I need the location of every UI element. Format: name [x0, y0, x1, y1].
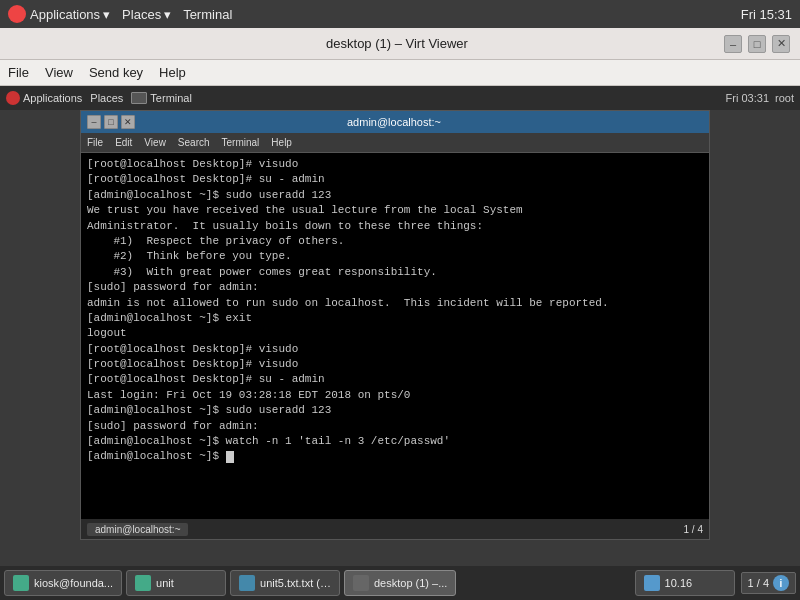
clock: Fri 15:31	[741, 7, 792, 22]
virt-title: desktop (1) – Virt Viewer	[70, 36, 724, 51]
term-line: [admin@localhost ~]$	[87, 449, 703, 464]
inner-apps-btn[interactable]: Applications	[6, 91, 82, 105]
term-line: [sudo] password for admin:	[87, 280, 703, 295]
taskbar-page-info: 1 / 4i	[741, 572, 796, 594]
virt-close-btn[interactable]: ✕	[772, 35, 790, 53]
kiosk-icon	[13, 575, 29, 591]
taskbar-item-label: unit	[156, 577, 174, 589]
applications-label: Applications	[30, 7, 100, 22]
term-maximize-btn[interactable]: □	[104, 115, 118, 129]
inner-clock: Fri 03:31	[726, 92, 769, 104]
virt-viewer-window: desktop (1) – Virt Viewer – □ ✕ File Vie…	[0, 28, 800, 600]
network-label: 10.16	[665, 577, 693, 589]
taskbar-network-item[interactable]: 10.16	[635, 570, 735, 596]
term-line: [root@localhost Desktop]# visudo	[87, 157, 703, 172]
term-line: Administrator. It usually boils down to …	[87, 219, 703, 234]
term-footer: admin@localhost:~ 1 / 4	[81, 519, 709, 539]
virt-menu-view[interactable]: View	[45, 65, 73, 80]
term-menu-view[interactable]: View	[144, 137, 166, 148]
system-bar-right: Fri 15:31	[741, 7, 792, 22]
virt-titlebar: desktop (1) – Virt Viewer – □ ✕	[0, 28, 800, 60]
taskbar-item-0[interactable]: kiosk@founda...	[4, 570, 122, 596]
inner-vm-bar: Applications Places Terminal Fri 03:31 r…	[0, 86, 800, 110]
virt-minimize-btn[interactable]: –	[724, 35, 742, 53]
inner-user: root	[775, 92, 794, 104]
term-menu-terminal[interactable]: Terminal	[222, 137, 260, 148]
term-line: #2) Think before you type.	[87, 249, 703, 264]
taskbar-item-label: unit5.txt.txt (…	[260, 577, 331, 589]
term-line: #1) Respect the privacy of others.	[87, 234, 703, 249]
term-title: admin@localhost:~	[135, 116, 653, 128]
term-line: We trust you have received the usual lec…	[87, 203, 703, 218]
virt-menu-help[interactable]: Help	[159, 65, 186, 80]
term-line: [root@localhost Desktop]# visudo	[87, 357, 703, 372]
places-arrow-icon: ▾	[164, 7, 171, 22]
taskbar: kiosk@founda...unitunit5.txt.txt (…deskt…	[0, 566, 800, 600]
term-line: admin is not allowed to run sudo on loca…	[87, 296, 703, 311]
terminal-window: – □ ✕ admin@localhost:~ File Edit View S…	[80, 110, 710, 540]
term-line: Last login: Fri Oct 19 03:28:18 EDT 2018…	[87, 388, 703, 403]
term-menu-edit[interactable]: Edit	[115, 137, 132, 148]
inner-places-btn[interactable]: Places	[90, 92, 123, 104]
info-icon[interactable]: i	[773, 575, 789, 591]
taskbar-item-label: desktop (1) –...	[374, 577, 447, 589]
inner-terminal-label: Terminal	[150, 92, 192, 104]
term-line: [admin@localhost ~]$ watch -n 1 'tail -n…	[87, 434, 703, 449]
term-close-btn[interactable]: ✕	[121, 115, 135, 129]
terminal-label: Terminal	[183, 7, 232, 22]
virt-menu-sendkey[interactable]: Send key	[89, 65, 143, 80]
term-line: [sudo] password for admin:	[87, 419, 703, 434]
taskbar-item-2[interactable]: unit5.txt.txt (…	[230, 570, 340, 596]
vm-screen: Applications Places Terminal Fri 03:31 r…	[0, 86, 800, 600]
applications-menu-btn[interactable]: Applications ▾	[30, 7, 110, 22]
taskbar-page-number: 1 / 4	[748, 577, 769, 589]
virt-menubar: File View Send key Help	[0, 60, 800, 86]
term-line: [admin@localhost ~]$ exit	[87, 311, 703, 326]
term-menu-file[interactable]: File	[87, 137, 103, 148]
places-menu-btn[interactable]: Places ▾	[122, 7, 171, 22]
term-line: [root@localhost Desktop]# visudo	[87, 342, 703, 357]
taskbar-item-label: kiosk@founda...	[34, 577, 113, 589]
term-window-controls: – □ ✕	[87, 115, 135, 129]
cursor	[226, 451, 234, 463]
term-line: logout	[87, 326, 703, 341]
term-minimize-btn[interactable]: –	[87, 115, 101, 129]
unit-icon	[135, 575, 151, 591]
inner-places-label: Places	[90, 92, 123, 104]
taskbar-right: 10.161 / 4i	[635, 570, 796, 596]
inner-apps-label: Applications	[23, 92, 82, 104]
term-line: [admin@localhost ~]$ sudo useradd 123	[87, 188, 703, 203]
taskbar-item-1[interactable]: unit	[126, 570, 226, 596]
file-icon	[239, 575, 255, 591]
term-menu-help[interactable]: Help	[271, 137, 292, 148]
inner-fedora-icon	[6, 91, 20, 105]
virt-menu-file[interactable]: File	[8, 65, 29, 80]
network-icon	[644, 575, 660, 591]
term-line: [admin@localhost ~]$ sudo useradd 123	[87, 403, 703, 418]
fedora-icon	[8, 5, 26, 23]
apps-arrow-icon: ▾	[103, 7, 110, 22]
term-tab[interactable]: admin@localhost:~	[87, 523, 188, 536]
term-line: [root@localhost Desktop]# su - admin	[87, 372, 703, 387]
inner-bar-right: Fri 03:31 root	[726, 92, 794, 104]
term-body[interactable]: [root@localhost Desktop]# visudo[root@lo…	[81, 153, 709, 519]
inner-terminal-icon	[131, 92, 147, 104]
inner-terminal-btn[interactable]: Terminal	[131, 92, 192, 104]
term-page-info: 1 / 4	[684, 524, 703, 535]
taskbar-item-3[interactable]: desktop (1) –...	[344, 570, 456, 596]
term-titlebar: – □ ✕ admin@localhost:~	[81, 111, 709, 133]
term-line: #3) With great power comes great respons…	[87, 265, 703, 280]
term-line: [root@localhost Desktop]# su - admin	[87, 172, 703, 187]
term-menubar: File Edit View Search Terminal Help	[81, 133, 709, 153]
virt-window-controls: – □ ✕	[724, 35, 790, 53]
places-label: Places	[122, 7, 161, 22]
virt-icon	[353, 575, 369, 591]
terminal-menu-btn[interactable]: Terminal	[183, 7, 232, 22]
term-menu-search[interactable]: Search	[178, 137, 210, 148]
system-top-bar: Applications ▾ Places ▾ Terminal Fri 15:…	[0, 0, 800, 28]
virt-maximize-btn[interactable]: □	[748, 35, 766, 53]
